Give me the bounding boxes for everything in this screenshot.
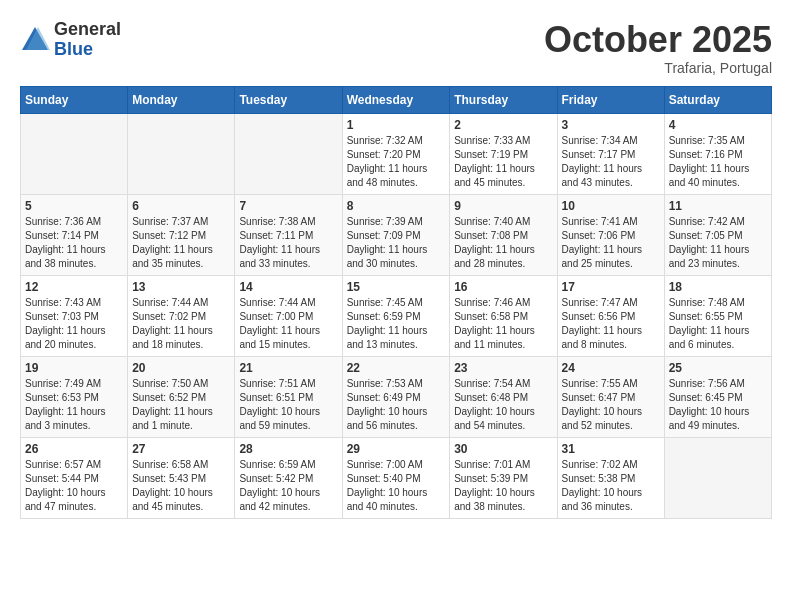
- day-info: Sunrise: 7:55 AM Sunset: 6:47 PM Dayligh…: [562, 377, 660, 433]
- day-info: Sunrise: 7:56 AM Sunset: 6:45 PM Dayligh…: [669, 377, 767, 433]
- day-info: Sunrise: 7:43 AM Sunset: 7:03 PM Dayligh…: [25, 296, 123, 352]
- day-number: 31: [562, 442, 660, 456]
- calendar-cell: 29Sunrise: 7:00 AM Sunset: 5:40 PM Dayli…: [342, 437, 450, 518]
- day-info: Sunrise: 7:40 AM Sunset: 7:08 PM Dayligh…: [454, 215, 552, 271]
- day-number: 25: [669, 361, 767, 375]
- calendar-cell: [128, 113, 235, 194]
- day-number: 6: [132, 199, 230, 213]
- calendar-cell: 23Sunrise: 7:54 AM Sunset: 6:48 PM Dayli…: [450, 356, 557, 437]
- calendar-table: SundayMondayTuesdayWednesdayThursdayFrid…: [20, 86, 772, 519]
- day-number: 29: [347, 442, 446, 456]
- calendar-cell: 9Sunrise: 7:40 AM Sunset: 7:08 PM Daylig…: [450, 194, 557, 275]
- calendar-cell: [235, 113, 342, 194]
- day-number: 28: [239, 442, 337, 456]
- day-info: Sunrise: 7:42 AM Sunset: 7:05 PM Dayligh…: [669, 215, 767, 271]
- day-number: 22: [347, 361, 446, 375]
- calendar-cell: 18Sunrise: 7:48 AM Sunset: 6:55 PM Dayli…: [664, 275, 771, 356]
- day-number: 8: [347, 199, 446, 213]
- calendar-cell: 10Sunrise: 7:41 AM Sunset: 7:06 PM Dayli…: [557, 194, 664, 275]
- calendar-cell: 22Sunrise: 7:53 AM Sunset: 6:49 PM Dayli…: [342, 356, 450, 437]
- calendar-cell: 11Sunrise: 7:42 AM Sunset: 7:05 PM Dayli…: [664, 194, 771, 275]
- day-info: Sunrise: 7:38 AM Sunset: 7:11 PM Dayligh…: [239, 215, 337, 271]
- day-info: Sunrise: 7:35 AM Sunset: 7:16 PM Dayligh…: [669, 134, 767, 190]
- calendar-cell: 5Sunrise: 7:36 AM Sunset: 7:14 PM Daylig…: [21, 194, 128, 275]
- day-header-monday: Monday: [128, 86, 235, 113]
- day-info: Sunrise: 7:51 AM Sunset: 6:51 PM Dayligh…: [239, 377, 337, 433]
- location: Trafaria, Portugal: [544, 60, 772, 76]
- day-number: 26: [25, 442, 123, 456]
- day-number: 23: [454, 361, 552, 375]
- day-number: 13: [132, 280, 230, 294]
- calendar-cell: 31Sunrise: 7:02 AM Sunset: 5:38 PM Dayli…: [557, 437, 664, 518]
- day-number: 7: [239, 199, 337, 213]
- calendar-cell: [21, 113, 128, 194]
- day-info: Sunrise: 7:34 AM Sunset: 7:17 PM Dayligh…: [562, 134, 660, 190]
- day-info: Sunrise: 7:46 AM Sunset: 6:58 PM Dayligh…: [454, 296, 552, 352]
- calendar-cell: 15Sunrise: 7:45 AM Sunset: 6:59 PM Dayli…: [342, 275, 450, 356]
- calendar-cell: 26Sunrise: 6:57 AM Sunset: 5:44 PM Dayli…: [21, 437, 128, 518]
- calendar-cell: 24Sunrise: 7:55 AM Sunset: 6:47 PM Dayli…: [557, 356, 664, 437]
- calendar-cell: 27Sunrise: 6:58 AM Sunset: 5:43 PM Dayli…: [128, 437, 235, 518]
- day-info: Sunrise: 7:53 AM Sunset: 6:49 PM Dayligh…: [347, 377, 446, 433]
- day-info: Sunrise: 6:57 AM Sunset: 5:44 PM Dayligh…: [25, 458, 123, 514]
- calendar-cell: 28Sunrise: 6:59 AM Sunset: 5:42 PM Dayli…: [235, 437, 342, 518]
- day-info: Sunrise: 7:50 AM Sunset: 6:52 PM Dayligh…: [132, 377, 230, 433]
- day-number: 2: [454, 118, 552, 132]
- day-header-thursday: Thursday: [450, 86, 557, 113]
- day-number: 12: [25, 280, 123, 294]
- day-info: Sunrise: 7:49 AM Sunset: 6:53 PM Dayligh…: [25, 377, 123, 433]
- calendar-cell: 21Sunrise: 7:51 AM Sunset: 6:51 PM Dayli…: [235, 356, 342, 437]
- day-info: Sunrise: 7:44 AM Sunset: 7:00 PM Dayligh…: [239, 296, 337, 352]
- day-info: Sunrise: 7:36 AM Sunset: 7:14 PM Dayligh…: [25, 215, 123, 271]
- calendar-cell: 25Sunrise: 7:56 AM Sunset: 6:45 PM Dayli…: [664, 356, 771, 437]
- day-info: Sunrise: 7:44 AM Sunset: 7:02 PM Dayligh…: [132, 296, 230, 352]
- calendar-week-3: 12Sunrise: 7:43 AM Sunset: 7:03 PM Dayli…: [21, 275, 772, 356]
- day-info: Sunrise: 7:33 AM Sunset: 7:19 PM Dayligh…: [454, 134, 552, 190]
- day-number: 1: [347, 118, 446, 132]
- day-number: 27: [132, 442, 230, 456]
- logo-general: General: [54, 20, 121, 40]
- calendar-week-5: 26Sunrise: 6:57 AM Sunset: 5:44 PM Dayli…: [21, 437, 772, 518]
- day-number: 16: [454, 280, 552, 294]
- calendar-cell: 7Sunrise: 7:38 AM Sunset: 7:11 PM Daylig…: [235, 194, 342, 275]
- calendar-cell: 2Sunrise: 7:33 AM Sunset: 7:19 PM Daylig…: [450, 113, 557, 194]
- month-title: October 2025: [544, 20, 772, 60]
- calendar-cell: 4Sunrise: 7:35 AM Sunset: 7:16 PM Daylig…: [664, 113, 771, 194]
- day-info: Sunrise: 7:41 AM Sunset: 7:06 PM Dayligh…: [562, 215, 660, 271]
- day-number: 10: [562, 199, 660, 213]
- day-number: 30: [454, 442, 552, 456]
- calendar-cell: 13Sunrise: 7:44 AM Sunset: 7:02 PM Dayli…: [128, 275, 235, 356]
- day-info: Sunrise: 6:58 AM Sunset: 5:43 PM Dayligh…: [132, 458, 230, 514]
- day-number: 24: [562, 361, 660, 375]
- calendar-week-4: 19Sunrise: 7:49 AM Sunset: 6:53 PM Dayli…: [21, 356, 772, 437]
- calendar-cell: 14Sunrise: 7:44 AM Sunset: 7:00 PM Dayli…: [235, 275, 342, 356]
- day-info: Sunrise: 7:02 AM Sunset: 5:38 PM Dayligh…: [562, 458, 660, 514]
- calendar-cell: 19Sunrise: 7:49 AM Sunset: 6:53 PM Dayli…: [21, 356, 128, 437]
- day-info: Sunrise: 7:39 AM Sunset: 7:09 PM Dayligh…: [347, 215, 446, 271]
- logo-icon: [20, 25, 50, 55]
- calendar-week-1: 1Sunrise: 7:32 AM Sunset: 7:20 PM Daylig…: [21, 113, 772, 194]
- day-number: 14: [239, 280, 337, 294]
- calendar-cell: 30Sunrise: 7:01 AM Sunset: 5:39 PM Dayli…: [450, 437, 557, 518]
- day-info: Sunrise: 7:32 AM Sunset: 7:20 PM Dayligh…: [347, 134, 446, 190]
- calendar-cell: 12Sunrise: 7:43 AM Sunset: 7:03 PM Dayli…: [21, 275, 128, 356]
- day-number: 15: [347, 280, 446, 294]
- day-info: Sunrise: 7:48 AM Sunset: 6:55 PM Dayligh…: [669, 296, 767, 352]
- calendar-cell: 3Sunrise: 7:34 AM Sunset: 7:17 PM Daylig…: [557, 113, 664, 194]
- day-header-saturday: Saturday: [664, 86, 771, 113]
- day-info: Sunrise: 7:54 AM Sunset: 6:48 PM Dayligh…: [454, 377, 552, 433]
- calendar-cell: 16Sunrise: 7:46 AM Sunset: 6:58 PM Dayli…: [450, 275, 557, 356]
- day-info: Sunrise: 7:47 AM Sunset: 6:56 PM Dayligh…: [562, 296, 660, 352]
- day-number: 5: [25, 199, 123, 213]
- logo: General Blue: [20, 20, 121, 60]
- day-info: Sunrise: 7:45 AM Sunset: 6:59 PM Dayligh…: [347, 296, 446, 352]
- day-number: 20: [132, 361, 230, 375]
- calendar-cell: 6Sunrise: 7:37 AM Sunset: 7:12 PM Daylig…: [128, 194, 235, 275]
- day-number: 9: [454, 199, 552, 213]
- day-header-sunday: Sunday: [21, 86, 128, 113]
- day-number: 18: [669, 280, 767, 294]
- day-number: 21: [239, 361, 337, 375]
- day-header-friday: Friday: [557, 86, 664, 113]
- title-block: October 2025 Trafaria, Portugal: [544, 20, 772, 76]
- calendar-header-row: SundayMondayTuesdayWednesdayThursdayFrid…: [21, 86, 772, 113]
